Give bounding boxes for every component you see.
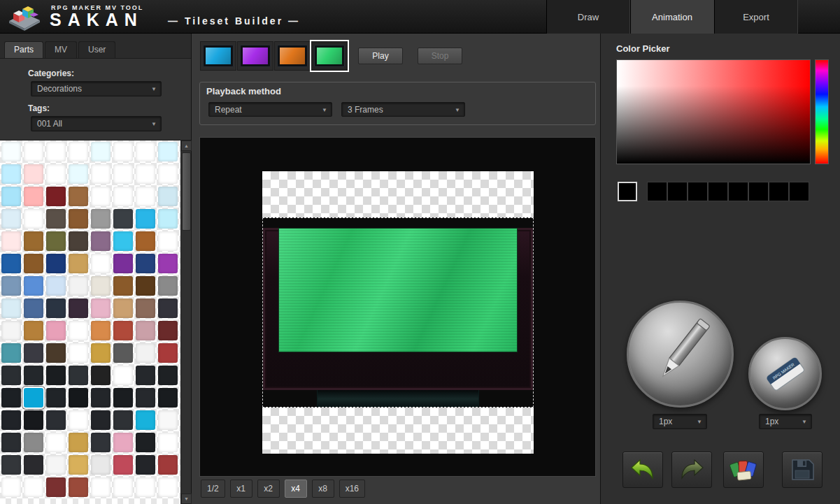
preview-canvas[interactable]: [199, 137, 596, 477]
part-tile[interactable]: [136, 187, 155, 206]
part-tile[interactable]: [91, 388, 111, 408]
part-tile[interactable]: [1, 433, 21, 452]
part-tile[interactable]: [69, 343, 88, 363]
zoom-level-button[interactable]: x2: [257, 480, 280, 498]
part-tile[interactable]: [113, 410, 133, 430]
part-tile[interactable]: [91, 187, 111, 206]
part-tile[interactable]: [69, 164, 88, 184]
part-tile[interactable]: [113, 187, 133, 206]
part-tile[interactable]: [1, 477, 21, 497]
redo-button[interactable]: [671, 452, 712, 488]
part-tile[interactable]: [113, 142, 133, 161]
part-tile[interactable]: [46, 410, 66, 430]
part-tile[interactable]: [46, 366, 66, 385]
tags-dropdown[interactable]: 001 All ▼: [31, 116, 162, 131]
part-tile[interactable]: [46, 164, 66, 184]
part-tile[interactable]: [24, 254, 43, 273]
color-swatch[interactable]: [789, 182, 809, 201]
part-tile[interactable]: [69, 254, 88, 273]
color-swatch[interactable]: [748, 182, 769, 201]
part-tile[interactable]: [1, 343, 21, 363]
color-swatch[interactable]: [769, 182, 789, 201]
part-tile[interactable]: [24, 187, 43, 206]
part-tile[interactable]: [136, 366, 155, 385]
part-tile[interactable]: [1, 254, 21, 273]
part-tile[interactable]: [69, 298, 88, 318]
part-tile[interactable]: [158, 366, 178, 385]
part-tile[interactable]: [136, 254, 155, 273]
part-tile[interactable]: [136, 298, 155, 318]
part-tile[interactable]: [158, 276, 178, 296]
scroll-down-button[interactable]: ▼: [181, 494, 192, 504]
part-tile[interactable]: [91, 231, 111, 251]
part-tile[interactable]: [113, 276, 133, 296]
part-tile[interactable]: [46, 298, 66, 318]
part-tile[interactable]: [24, 276, 43, 296]
part-tile[interactable]: [136, 343, 155, 363]
eraser-tool-button[interactable]: RPG MAKER: [748, 337, 822, 410]
parts-source-tab[interactable]: User: [78, 41, 115, 58]
part-tile[interactable]: [136, 433, 155, 452]
part-tile[interactable]: [1, 164, 21, 184]
part-tile[interactable]: [1, 366, 21, 385]
part-tile[interactable]: [46, 276, 66, 296]
part-tile[interactable]: [1, 231, 21, 251]
part-tile[interactable]: [24, 388, 43, 408]
part-tile[interactable]: [46, 388, 66, 408]
pencil-size-dropdown[interactable]: 1px ▼: [653, 414, 707, 429]
current-color-swatch[interactable]: [618, 182, 637, 201]
part-tile[interactable]: [69, 209, 88, 229]
playback-method-dropdown[interactable]: Repeat ▼: [208, 102, 332, 117]
part-tile[interactable]: [91, 209, 111, 229]
part-tile[interactable]: [1, 410, 21, 430]
part-tile[interactable]: [113, 209, 133, 229]
part-tile[interactable]: [24, 366, 43, 385]
part-tile[interactable]: [1, 142, 21, 161]
part-tile[interactable]: [1, 388, 21, 408]
part-tile[interactable]: [158, 187, 178, 206]
zoom-level-button[interactable]: x16: [339, 480, 365, 498]
part-tile[interactable]: [158, 142, 178, 161]
part-tile[interactable]: [69, 455, 88, 475]
mode-tab[interactable]: Animation: [630, 0, 714, 34]
part-tile[interactable]: [113, 231, 133, 251]
undo-button[interactable]: [622, 452, 663, 488]
part-tile[interactable]: [113, 433, 133, 452]
animation-frame-thumb[interactable]: [200, 41, 236, 71]
part-tile[interactable]: [158, 164, 178, 184]
parts-source-tab[interactable]: Parts: [4, 41, 43, 58]
animation-frame-thumb[interactable]: [237, 41, 273, 71]
part-tile[interactable]: [158, 455, 178, 475]
part-tile[interactable]: [1, 455, 21, 475]
part-tile[interactable]: [113, 388, 133, 408]
part-tile[interactable]: [46, 254, 66, 273]
part-tile[interactable]: [91, 455, 111, 475]
part-tile[interactable]: [91, 142, 111, 161]
part-tile[interactable]: [136, 231, 155, 251]
palette-button[interactable]: [723, 452, 764, 488]
part-tile[interactable]: [158, 254, 178, 273]
part-tile[interactable]: [136, 388, 155, 408]
part-tile[interactable]: [24, 433, 43, 452]
part-tile[interactable]: [69, 231, 88, 251]
save-button[interactable]: [782, 452, 823, 488]
part-tile[interactable]: [113, 343, 133, 363]
part-tile[interactable]: [24, 231, 43, 251]
part-tile[interactable]: [46, 142, 66, 161]
zoom-level-button[interactable]: x8: [312, 480, 334, 498]
pencil-tool-button[interactable]: [627, 301, 734, 408]
part-tile[interactable]: [136, 477, 155, 497]
part-tile[interactable]: [46, 455, 66, 475]
part-tile[interactable]: [69, 276, 88, 296]
part-tile[interactable]: [69, 321, 88, 340]
part-tile[interactable]: [113, 321, 133, 340]
part-tile[interactable]: [46, 433, 66, 452]
part-tile[interactable]: [69, 187, 88, 206]
part-tile[interactable]: [91, 343, 111, 363]
part-tile[interactable]: [136, 321, 155, 340]
part-tile[interactable]: [113, 477, 133, 497]
part-tile[interactable]: [69, 388, 88, 408]
part-tile[interactable]: [69, 366, 88, 385]
part-tile[interactable]: [158, 209, 178, 229]
part-tile[interactable]: [46, 187, 66, 206]
